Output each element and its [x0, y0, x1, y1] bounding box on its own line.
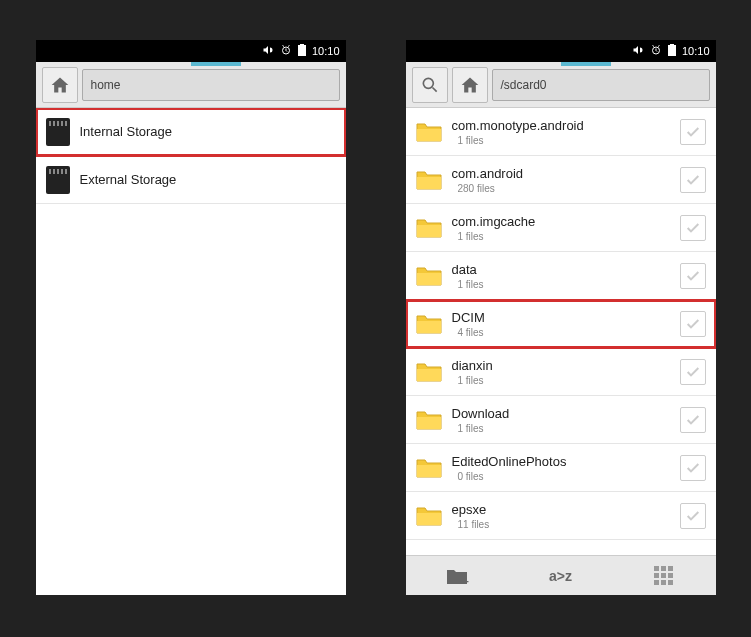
select-checkbox[interactable] — [680, 119, 706, 145]
select-checkbox[interactable] — [680, 455, 706, 481]
phone-right: 10:10 /sdcard0 com.monotype.android 1 fi… — [406, 40, 716, 595]
select-checkbox[interactable] — [680, 263, 706, 289]
home-button[interactable] — [452, 67, 488, 103]
item-sub: 1 files — [458, 135, 670, 146]
item-sub: 1 files — [458, 423, 670, 434]
battery-icon — [668, 44, 676, 58]
svg-text:+: + — [463, 576, 469, 586]
status-time: 10:10 — [312, 45, 340, 57]
item-name: Download — [452, 406, 670, 421]
svg-rect-9 — [661, 566, 666, 571]
tab-indicator — [561, 62, 611, 66]
battery-icon — [298, 44, 306, 58]
sdcard-icon — [46, 166, 70, 194]
path-text: home — [91, 78, 121, 92]
grid-view-button[interactable] — [612, 556, 715, 595]
folder-item[interactable]: com.android 280 files — [406, 156, 716, 204]
status-bar: 10:10 — [36, 40, 346, 62]
item-name: dianxin — [452, 358, 670, 373]
bottom-bar: + a>z — [406, 555, 716, 595]
item-name: com.imgcache — [452, 214, 670, 229]
select-checkbox[interactable] — [680, 503, 706, 529]
folder-item[interactable]: epsxe 11 files — [406, 492, 716, 540]
path-input[interactable]: /sdcard0 — [492, 69, 710, 101]
home-button[interactable] — [42, 67, 78, 103]
select-checkbox[interactable] — [680, 311, 706, 337]
volume-icon — [632, 44, 644, 58]
folder-item[interactable]: EditedOnlinePhotos 0 files — [406, 444, 716, 492]
folder-item[interactable]: com.imgcache 1 files — [406, 204, 716, 252]
item-sub: 4 files — [458, 327, 670, 338]
svg-point-6 — [423, 78, 433, 88]
folder-icon — [416, 361, 442, 383]
alarm-icon — [650, 44, 662, 58]
search-button[interactable] — [412, 67, 448, 103]
folder-icon — [416, 313, 442, 335]
item-sub: 280 files — [458, 183, 670, 194]
sort-label: a>z — [549, 568, 572, 584]
alarm-icon — [280, 44, 292, 58]
item-name: DCIM — [452, 310, 670, 325]
item-sub: 1 files — [458, 231, 670, 242]
storage-item[interactable]: External Storage — [36, 156, 346, 204]
select-checkbox[interactable] — [680, 167, 706, 193]
item-sub: 1 files — [458, 375, 670, 386]
folder-list: com.monotype.android 1 files com.android… — [406, 108, 716, 555]
item-name: epsxe — [452, 502, 670, 517]
new-folder-button[interactable]: + — [406, 556, 509, 595]
item-name: EditedOnlinePhotos — [452, 454, 670, 469]
storage-list: Internal Storage External Storage — [36, 108, 346, 595]
folder-item[interactable]: data 1 files — [406, 252, 716, 300]
svg-rect-5 — [670, 44, 674, 46]
volume-icon — [262, 44, 274, 58]
folder-icon — [416, 169, 442, 191]
path-text: /sdcard0 — [501, 78, 547, 92]
folder-icon — [416, 457, 442, 479]
tab-indicator — [191, 62, 241, 66]
svg-rect-1 — [298, 45, 306, 56]
path-input[interactable]: home — [82, 69, 340, 101]
folder-icon — [416, 265, 442, 287]
item-name: data — [452, 262, 670, 277]
svg-rect-12 — [661, 573, 666, 578]
folder-icon — [416, 505, 442, 527]
svg-rect-4 — [668, 45, 676, 56]
phone-left: 10:10 home Internal Storage External Sto… — [36, 40, 346, 595]
svg-rect-11 — [654, 573, 659, 578]
sort-button[interactable]: a>z — [509, 556, 612, 595]
item-sub: 0 files — [458, 471, 670, 482]
sdcard-icon — [46, 118, 70, 146]
select-checkbox[interactable] — [680, 407, 706, 433]
svg-rect-14 — [654, 580, 659, 585]
folder-item[interactable]: dianxin 1 files — [406, 348, 716, 396]
svg-rect-2 — [300, 44, 304, 46]
folder-item[interactable]: DCIM 4 files — [406, 300, 716, 348]
item-sub: 1 files — [458, 279, 670, 290]
folder-icon — [416, 409, 442, 431]
item-name: External Storage — [80, 172, 336, 187]
storage-item[interactable]: Internal Storage — [36, 108, 346, 156]
svg-rect-16 — [668, 580, 673, 585]
svg-rect-8 — [654, 566, 659, 571]
select-checkbox[interactable] — [680, 359, 706, 385]
item-sub: 11 files — [458, 519, 670, 530]
svg-rect-13 — [668, 573, 673, 578]
folder-item[interactable]: com.monotype.android 1 files — [406, 108, 716, 156]
folder-icon — [416, 121, 442, 143]
status-bar: 10:10 — [406, 40, 716, 62]
item-name: com.android — [452, 166, 670, 181]
item-name: com.monotype.android — [452, 118, 670, 133]
toolbar: /sdcard0 — [406, 62, 716, 108]
status-time: 10:10 — [682, 45, 710, 57]
svg-rect-15 — [661, 580, 666, 585]
select-checkbox[interactable] — [680, 215, 706, 241]
toolbar: home — [36, 62, 346, 108]
folder-item[interactable]: Download 1 files — [406, 396, 716, 444]
folder-icon — [416, 217, 442, 239]
svg-rect-10 — [668, 566, 673, 571]
item-name: Internal Storage — [80, 124, 336, 139]
